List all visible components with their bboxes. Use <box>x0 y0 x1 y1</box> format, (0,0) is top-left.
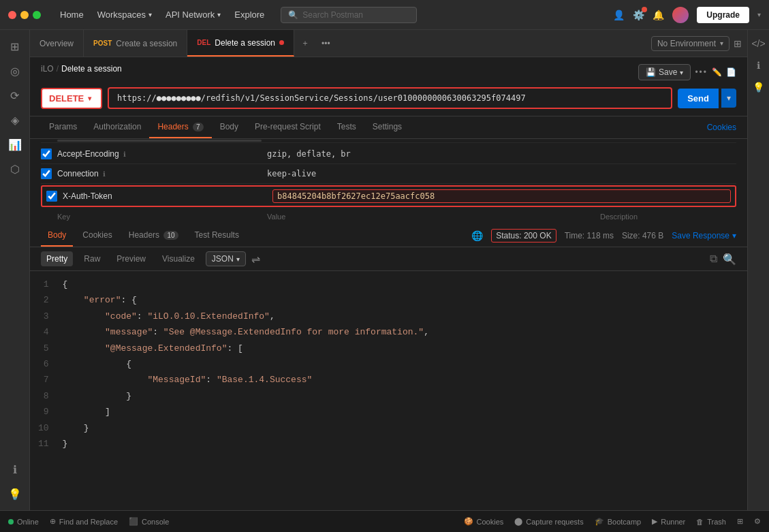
grid-view-button[interactable]: ⊞ <box>737 517 743 526</box>
sidebar-right-icon-info[interactable]: ℹ <box>751 57 767 74</box>
sidebar-icon-lightning[interactable]: 💡 <box>4 483 26 505</box>
sidebar-icon-monitor[interactable]: 📊 <box>4 134 26 155</box>
view-visualize-button[interactable]: Visualize <box>157 251 200 266</box>
save-response-button[interactable]: Save Response ▾ <box>672 231 736 240</box>
find-replace-icon: ⊕ <box>50 517 56 526</box>
upgrade-button[interactable]: Upgrade <box>697 7 749 23</box>
header-check-accept-encoding[interactable] <box>41 148 52 159</box>
header-check-x-auth-token[interactable] <box>46 191 57 202</box>
tab-delete-session[interactable]: DEL Delete a session <box>187 30 294 57</box>
sidebar-toggle-icon[interactable]: ⊞ <box>734 38 742 49</box>
method-select[interactable]: DELETE ▾ <box>41 88 102 109</box>
sidebar-icon-flows[interactable]: ⬡ <box>4 158 26 180</box>
send-dropdown-button[interactable]: ▾ <box>721 89 736 108</box>
url-bar: DELETE ▾ Send ▾ <box>41 87 736 109</box>
copy-code-button[interactable]: ⧉ <box>710 253 717 266</box>
cookies-link[interactable]: Cookies <box>707 123 736 132</box>
breadcrumb: iLO / Delete a session <box>41 64 122 74</box>
tab-more-button[interactable]: ••• <box>316 30 336 57</box>
breadcrumb-current: Delete a session <box>61 64 122 74</box>
resp-tab-test-results[interactable]: Test Results <box>188 225 246 247</box>
upgrade-chevron-icon[interactable]: ▾ <box>757 11 761 18</box>
view-preview-button[interactable]: Preview <box>111 251 151 266</box>
tab-create-session[interactable]: POST Create a session <box>84 30 187 57</box>
nav-home[interactable]: Home <box>54 7 89 22</box>
sidebar-icon-environments[interactable]: ◎ <box>4 60 26 82</box>
req-tab-params[interactable]: Params <box>41 116 85 138</box>
search-bar[interactable]: 🔍 Search Postman <box>281 7 417 23</box>
minimize-button[interactable] <box>20 11 29 19</box>
main-layout: ⊞ ◎ ⟳ ◈ 📊 ⬡ ℹ 💡 Overview POST Create a s… <box>0 30 769 510</box>
content-area: Overview POST Create a session DEL Delet… <box>30 30 747 510</box>
maximize-button[interactable] <box>33 11 41 19</box>
search-code-button[interactable]: 🔍 <box>723 253 736 266</box>
find-replace-button[interactable]: ⊕ Find and Replace <box>50 517 118 526</box>
sidebar-icon-mock[interactable]: ◈ <box>4 109 26 131</box>
request-more-button[interactable]: ••• <box>695 67 708 77</box>
resp-tab-cookies[interactable]: Cookies <box>76 225 119 247</box>
sidebar-icon-help[interactable]: ℹ <box>4 458 26 480</box>
sidebar-icon-collections[interactable]: ⊞ <box>4 35 26 57</box>
tabs-bar: Overview POST Create a session DEL Delet… <box>30 30 747 57</box>
req-tab-settings[interactable]: Settings <box>364 116 410 138</box>
bootcamp-label: Bootcamp <box>608 518 642 526</box>
resp-tab-headers[interactable]: Headers 10 <box>122 225 185 247</box>
workspaces-chevron-icon: ▾ <box>148 11 152 18</box>
trash-button[interactable]: 🗑 Trash <box>696 517 726 526</box>
breadcrumb-separator: / <box>57 64 59 74</box>
url-input[interactable] <box>108 87 672 109</box>
sidebar-right: </> ℹ 💡 <box>747 30 769 510</box>
req-tab-headers[interactable]: Headers 7 <box>149 116 211 138</box>
env-chevron-icon: ▾ <box>720 40 723 47</box>
nav-api-network[interactable]: API Network ▾ <box>160 7 226 22</box>
format-label: JSON <box>212 254 234 264</box>
tab-overview[interactable]: Overview <box>30 30 84 57</box>
req-tab-authorization[interactable]: Authorization <box>85 116 149 138</box>
nav-explore[interactable]: Explore <box>229 7 270 22</box>
send-button[interactable]: Send <box>678 89 719 108</box>
docs-icon[interactable]: 📄 <box>726 67 736 77</box>
tab-create-session-label: Create a session <box>116 39 177 48</box>
wrap-lines-icon[interactable]: ⇌ <box>251 253 260 266</box>
sidebar-icon-history[interactable]: ⟳ <box>4 84 26 106</box>
method-chevron-icon: ▾ <box>88 95 91 102</box>
tab-add-button[interactable]: ＋ <box>294 30 316 57</box>
capture-requests-button[interactable]: ⬤ Capture requests <box>514 517 583 526</box>
send-caret-icon: ▾ <box>727 93 731 103</box>
sidebar-right-icon-code[interactable]: </> <box>751 35 767 52</box>
save-button[interactable]: 💾 Save ▾ <box>638 64 691 80</box>
req-tab-tests[interactable]: Tests <box>329 116 364 138</box>
header-info-icon-accept-encoding[interactable]: ℹ <box>123 151 126 158</box>
response-time: Time: 118 ms <box>565 231 614 240</box>
tab-create-session-method: POST <box>93 40 112 47</box>
environment-select[interactable]: No Environment ▾ <box>651 36 729 51</box>
edit-icon[interactable]: ✏️ <box>712 67 722 77</box>
tab-delete-session-label: Delete a session <box>215 38 275 48</box>
bell-icon[interactable]: 🔔 <box>653 10 664 20</box>
nav-workspaces[interactable]: Workspaces ▾ <box>92 7 157 22</box>
format-select[interactable]: JSON ▾ <box>206 251 246 266</box>
view-raw-button[interactable]: Raw <box>78 251 106 266</box>
console-button[interactable]: ⬛ Console <box>129 517 169 526</box>
resp-tab-body[interactable]: Body <box>41 225 73 247</box>
req-tab-pre-request[interactable]: Pre-request Script <box>247 116 329 138</box>
cookies-bottom-button[interactable]: 🍪 Cookies <box>464 517 504 526</box>
header-info-icon-connection[interactable]: ℹ <box>103 170 106 178</box>
close-button[interactable] <box>8 11 16 19</box>
sidebar-right-icon-bulb[interactable]: 💡 <box>751 79 767 95</box>
gear-icon[interactable]: ⚙️ <box>633 10 644 20</box>
req-tab-body[interactable]: Body <box>212 116 247 138</box>
header-check-connection[interactable] <box>41 168 52 179</box>
code-line-6: { <box>63 356 742 372</box>
view-pretty-button[interactable]: Pretty <box>41 251 73 266</box>
request-tabs: Params Authorization Headers 7 Body Pre-… <box>30 116 747 139</box>
save-chevron-icon: ▾ <box>680 69 683 76</box>
user-plus-icon[interactable]: 👤 <box>613 10 625 20</box>
tab-delete-session-method: DEL <box>197 39 210 46</box>
settings-bottom-button[interactable]: ⚙ <box>754 517 761 526</box>
runner-button[interactable]: ▶ Runner <box>652 517 685 526</box>
bootcamp-button[interactable]: 🎓 Bootcamp <box>595 517 642 526</box>
bootcamp-icon: 🎓 <box>595 517 604 526</box>
save-label: Save <box>659 67 677 77</box>
avatar[interactable] <box>672 7 689 23</box>
